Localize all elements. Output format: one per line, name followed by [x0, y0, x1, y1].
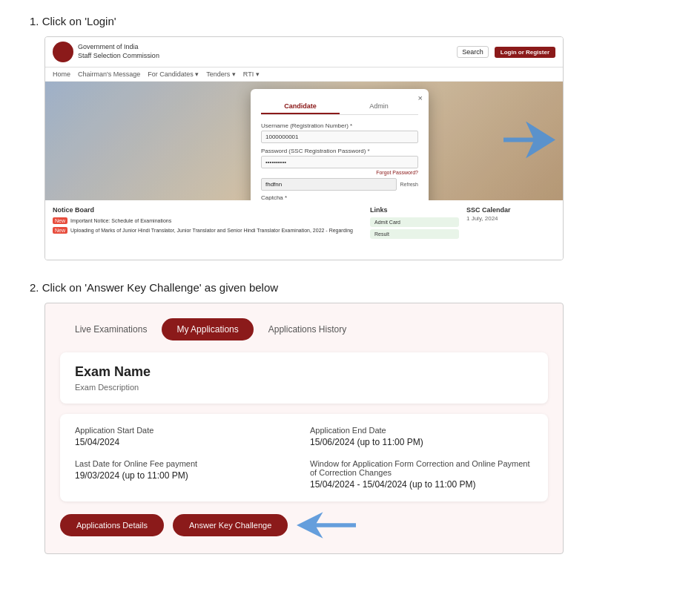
nav-tenders[interactable]: Tenders ▾	[206, 70, 236, 78]
ssc-topbar: Government of India Staff Selection Comm…	[45, 37, 563, 68]
exam-name: Exam Name	[75, 364, 533, 380]
password-label: Password (SSC Registration Password) *	[261, 148, 418, 154]
search-area: Search	[457, 46, 489, 58]
notice-badge-2: New	[53, 227, 67, 234]
app-start-date: Application Start Date 15/04/2024	[75, 426, 298, 447]
org-text: Staff Selection Commission	[78, 52, 159, 61]
password-input[interactable]: ••••••••••	[261, 156, 418, 168]
nav-chairman[interactable]: Chairman's Message	[78, 70, 140, 78]
captcha-refresh[interactable]: Refresh	[400, 178, 418, 191]
admit-card-link[interactable]: Admit Card	[370, 217, 459, 227]
step2-blue-arrow	[297, 512, 356, 539]
exam-description: Exam Description	[75, 383, 533, 392]
answer-key-challenge-button[interactable]: Answer Key Challenge	[173, 514, 288, 536]
login-modal: × Candidate Admin Username (Registration…	[251, 89, 429, 200]
step-2-label: 2. Click on 'Answer Key Challenge' as gi…	[30, 281, 670, 294]
action-row: Applications Details Answer Key Challeng…	[60, 512, 548, 539]
notice-board: Notice Board New Important Notice: Sched…	[53, 206, 363, 254]
notice-board-title: Notice Board	[53, 206, 363, 214]
username-label: Username (Registration Number) *	[261, 122, 418, 129]
notice-text-1: Important Notice: Schedule of Examinatio…	[70, 217, 171, 224]
step-1: 1. Click on 'Login' Government of India …	[30, 15, 670, 260]
ssc-calendar: SSC Calendar 1 July, 2024	[466, 206, 555, 254]
notice-item-2: New Uploading of Marks of Junior Hindi T…	[53, 227, 363, 234]
quick-links: Links Admit Card Result	[370, 206, 459, 254]
exam-name-card: Exam Name Exam Description	[60, 352, 548, 404]
forgot-password-link[interactable]: Forgot Password?	[261, 170, 418, 175]
ssc-bottom: Notice Board New Important Notice: Sched…	[45, 200, 563, 260]
details-grid: Application Start Date 15/04/2024 Applic…	[75, 426, 533, 490]
app-end-date: Application End Date 15/06/2024 (up to 1…	[310, 426, 533, 447]
ssc-logo-icon	[53, 42, 73, 62]
login-register-btn[interactable]: Login or Register	[495, 47, 555, 58]
window-value: 15/04/2024 - 15/04/2024 (up to 11:00 PM)	[310, 479, 533, 490]
applications-details-button[interactable]: Applications Details	[60, 514, 164, 536]
nav-home[interactable]: Home	[53, 70, 70, 78]
notice-item-1: New Important Notice: Schedule of Examin…	[53, 217, 363, 224]
ssc-website-screenshot: Government of India Staff Selection Comm…	[44, 36, 564, 260]
result-link[interactable]: Result	[370, 229, 459, 239]
notice-text-2: Uploading of Marks of Junior Hindi Trans…	[70, 227, 353, 234]
exam-details-card: Application Start Date 15/04/2024 Applic…	[60, 414, 548, 501]
tab-applications-history[interactable]: Applications History	[254, 318, 361, 340]
tab-my-applications[interactable]: My Applications	[162, 318, 253, 340]
captcha-label: Captcha *	[261, 194, 418, 200]
modal-tab-candidate[interactable]: Candidate	[261, 99, 340, 114]
app-start-label: Application Start Date	[75, 426, 298, 435]
links-title: Links	[370, 206, 459, 214]
window-label: Window for Application Form Correction a…	[310, 459, 533, 477]
svg-marker-0	[503, 122, 555, 159]
app-tabs: Live Examinations My Applications Applic…	[60, 318, 548, 340]
ssc-logo: Government of India Staff Selection Comm…	[53, 42, 159, 62]
captcha-input[interactable]: fhdfnn	[261, 178, 397, 191]
fee-date: Last Date for Online Fee payment 19/03/2…	[75, 459, 298, 490]
app-end-value: 15/06/2024 (up to 11:00 PM)	[310, 437, 533, 447]
ssc-hero: × Candidate Admin Username (Registration…	[45, 82, 563, 200]
calendar-date: 1 July, 2024	[466, 215, 555, 222]
app-end-label: Application End Date	[310, 426, 533, 435]
ssc-header-right: Search Login or Register	[457, 46, 555, 58]
app-screenshot: Live Examinations My Applications Applic…	[44, 303, 564, 554]
step-2: 2. Click on 'Answer Key Challenge' as gi…	[30, 281, 670, 554]
step1-blue-arrow	[503, 122, 555, 161]
nav-rti[interactable]: RTI ▾	[243, 70, 260, 78]
fee-label: Last Date for Online Fee payment	[75, 459, 298, 468]
username-input[interactable]: 1000000001	[261, 131, 418, 143]
captcha-row: fhdfnn Refresh	[261, 178, 418, 191]
svg-marker-1	[297, 512, 356, 539]
notice-badge-1: New	[53, 217, 67, 224]
nav-candidates[interactable]: For Candidates ▾	[148, 70, 199, 78]
fee-value: 19/03/2024 (up to 11:00 PM)	[75, 470, 298, 481]
modal-tabs: Candidate Admin	[261, 99, 418, 115]
step-1-label: 1. Click on 'Login'	[30, 15, 670, 27]
modal-tab-admin[interactable]: Admin	[340, 99, 418, 114]
ssc-nav: Home Chairman's Message For Candidates ▾…	[45, 68, 563, 82]
calendar-title: SSC Calendar	[466, 206, 555, 214]
app-start-value: 15/04/2024	[75, 437, 298, 447]
tab-live-examinations[interactable]: Live Examinations	[60, 318, 162, 340]
gov-text: Government of India	[78, 43, 159, 52]
correction-window: Window for Application Form Correction a…	[310, 459, 533, 490]
ssc-logo-text: Government of India Staff Selection Comm…	[78, 43, 159, 60]
modal-close-icon[interactable]: ×	[418, 93, 423, 102]
